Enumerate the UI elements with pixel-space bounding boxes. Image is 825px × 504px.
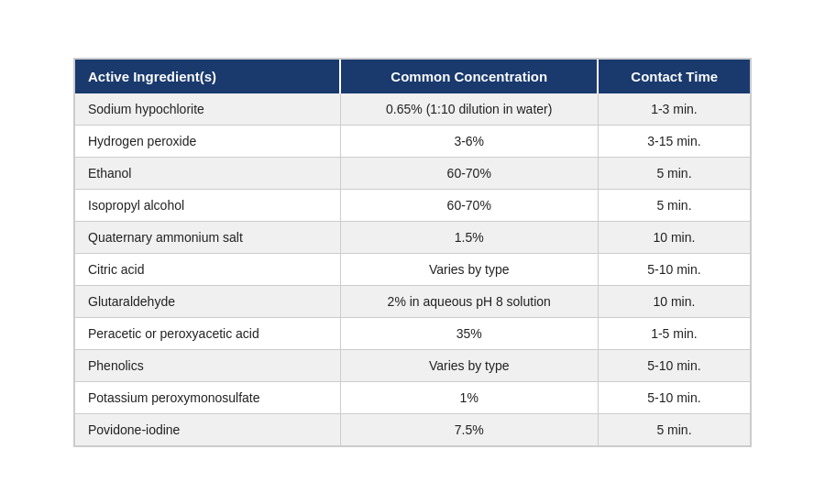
cell-contact_time: 10 min. <box>598 285 750 317</box>
cell-active_ingredient: Povidone-iodine <box>75 413 340 445</box>
cell-contact_time: 5 min. <box>598 413 750 445</box>
cell-contact_time: 1-5 min. <box>598 317 750 349</box>
cell-active_ingredient: Phenolics <box>75 349 340 381</box>
table-row: Potassium peroxymonosulfate1%5-10 min. <box>75 381 750 413</box>
cell-active_ingredient: Isopropyl alcohol <box>75 189 340 221</box>
cell-contact_time: 5-10 min. <box>598 253 750 285</box>
table-row: Hydrogen peroxide3-6%3-15 min. <box>75 125 750 157</box>
cell-concentration: 2% in aqueous pH 8 solution <box>340 285 598 317</box>
cell-active_ingredient: Hydrogen peroxide <box>75 125 340 157</box>
cell-active_ingredient: Peracetic or peroxyacetic acid <box>75 317 340 349</box>
cell-concentration: 0.65% (1:10 dilution in water) <box>340 93 598 126</box>
cell-active_ingredient: Citric acid <box>75 253 340 285</box>
column-header-active_ingredient: Active Ingredient(s) <box>75 60 340 93</box>
cell-active_ingredient: Ethanol <box>75 157 340 189</box>
cell-contact_time: 3-15 min. <box>598 125 750 157</box>
table-row: Quaternary ammonium salt1.5%10 min. <box>75 221 750 253</box>
cell-active_ingredient: Potassium peroxymonosulfate <box>75 381 340 413</box>
cell-concentration: Varies by type <box>340 253 598 285</box>
cell-contact_time: 1-3 min. <box>598 93 750 126</box>
cell-active_ingredient: Glutaraldehyde <box>75 285 340 317</box>
table-row: Citric acidVaries by type5-10 min. <box>75 253 750 285</box>
cell-concentration: 7.5% <box>340 413 598 445</box>
cell-concentration: 60-70% <box>340 189 598 221</box>
cell-active_ingredient: Sodium hypochlorite <box>75 93 340 126</box>
cell-concentration: 60-70% <box>340 157 598 189</box>
table-row: Glutaraldehyde2% in aqueous pH 8 solutio… <box>75 285 750 317</box>
disinfectant-table: Active Ingredient(s)Common Concentration… <box>73 58 752 447</box>
cell-contact_time: 5-10 min. <box>598 349 750 381</box>
table-row: Sodium hypochlorite0.65% (1:10 dilution … <box>75 93 750 126</box>
cell-concentration: 1% <box>340 381 598 413</box>
table-row: Isopropyl alcohol60-70%5 min. <box>75 189 750 221</box>
table-row: Povidone-iodine7.5%5 min. <box>75 413 750 445</box>
table-row: PhenolicsVaries by type5-10 min. <box>75 349 750 381</box>
cell-concentration: 1.5% <box>340 221 598 253</box>
table-row: Ethanol60-70%5 min. <box>75 157 750 189</box>
cell-contact_time: 5 min. <box>598 189 750 221</box>
cell-contact_time: 5 min. <box>598 157 750 189</box>
cell-contact_time: 5-10 min. <box>598 381 750 413</box>
cell-concentration: 35% <box>340 317 598 349</box>
cell-contact_time: 10 min. <box>598 221 750 253</box>
cell-concentration: Varies by type <box>340 349 598 381</box>
table-row: Peracetic or peroxyacetic acid35%1-5 min… <box>75 317 750 349</box>
cell-active_ingredient: Quaternary ammonium salt <box>75 221 340 253</box>
column-header-concentration: Common Concentration <box>340 60 598 93</box>
column-header-contact_time: Contact Time <box>598 60 750 93</box>
cell-concentration: 3-6% <box>340 125 598 157</box>
